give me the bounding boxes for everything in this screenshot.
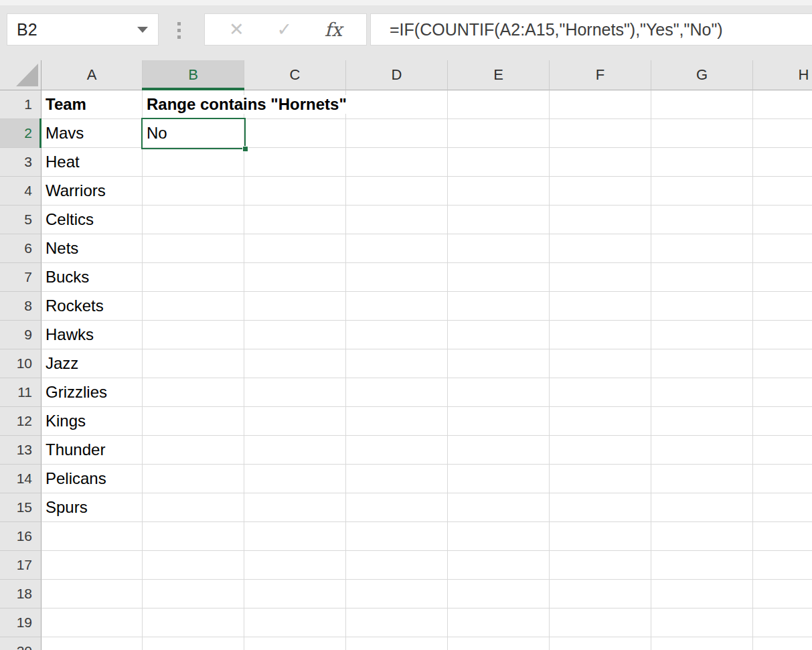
- cell-D12[interactable]: [346, 407, 448, 436]
- cell-A2[interactable]: Mavs: [42, 119, 143, 148]
- cell-A11[interactable]: Grizzlies: [42, 378, 143, 407]
- cell-E17[interactable]: [448, 551, 550, 580]
- cell-G1[interactable]: [651, 90, 753, 119]
- cell-H19[interactable]: [753, 608, 812, 637]
- cell-H9[interactable]: [753, 321, 812, 349]
- cell-B14[interactable]: [143, 465, 244, 493]
- cell-F17[interactable]: [550, 551, 651, 580]
- insert-function-icon[interactable]: fx: [325, 19, 342, 41]
- cell-B2[interactable]: No: [143, 119, 244, 148]
- cell-G8[interactable]: [651, 292, 753, 321]
- cell-E6[interactable]: [448, 234, 550, 263]
- cell-A5[interactable]: Celtics: [42, 206, 143, 234]
- cell-E4[interactable]: [448, 177, 550, 206]
- cell-B1[interactable]: Range contains "Hornets": [143, 90, 244, 119]
- cell-F7[interactable]: [550, 263, 651, 292]
- cell-F6[interactable]: [550, 234, 651, 263]
- cancel-icon[interactable]: ✕: [229, 21, 244, 39]
- cell-B20[interactable]: [143, 637, 244, 650]
- cell-D16[interactable]: [346, 522, 448, 551]
- cell-G7[interactable]: [651, 263, 753, 292]
- name-box[interactable]: B2: [7, 13, 159, 46]
- cell-H1[interactable]: [753, 90, 812, 119]
- cell-G9[interactable]: [651, 321, 753, 349]
- cell-H3[interactable]: [753, 148, 812, 177]
- cell-D7[interactable]: [346, 263, 448, 292]
- enter-icon[interactable]: ✓: [276, 21, 292, 39]
- cell-H11[interactable]: [753, 378, 812, 407]
- cell-D8[interactable]: [346, 292, 448, 321]
- cell-A9[interactable]: Hawks: [42, 321, 143, 349]
- cell-G5[interactable]: [651, 206, 753, 234]
- cell-B16[interactable]: [143, 522, 244, 551]
- name-box-dropdown-icon[interactable]: [137, 27, 148, 33]
- column-header-F[interactable]: F: [550, 60, 651, 90]
- cell-C12[interactable]: [244, 407, 346, 436]
- cell-A10[interactable]: Jazz: [42, 349, 143, 378]
- cell-E18[interactable]: [448, 580, 550, 608]
- cell-H12[interactable]: [753, 407, 812, 436]
- cell-G14[interactable]: [651, 465, 753, 493]
- select-all-button[interactable]: [0, 60, 42, 90]
- cell-F18[interactable]: [550, 580, 651, 608]
- row-header-4[interactable]: 4: [0, 177, 42, 206]
- cell-A6[interactable]: Nets: [42, 234, 143, 263]
- cell-A20[interactable]: [42, 637, 143, 650]
- cell-D1[interactable]: [346, 90, 448, 119]
- formula-bar-drag-handle[interactable]: [177, 22, 181, 39]
- cell-H5[interactable]: [753, 206, 812, 234]
- cell-A17[interactable]: [42, 551, 143, 580]
- row-header-20[interactable]: 20: [0, 637, 42, 650]
- cell-F3[interactable]: [550, 148, 651, 177]
- cell-F14[interactable]: [550, 465, 651, 493]
- row-header-2[interactable]: 2: [0, 119, 42, 148]
- cell-A3[interactable]: Heat: [42, 148, 143, 177]
- cell-C8[interactable]: [244, 292, 346, 321]
- row-header-6[interactable]: 6: [0, 234, 42, 263]
- cell-C17[interactable]: [244, 551, 346, 580]
- cell-G3[interactable]: [651, 148, 753, 177]
- cell-F11[interactable]: [550, 378, 651, 407]
- cell-E15[interactable]: [448, 493, 550, 522]
- cell-D13[interactable]: [346, 436, 448, 465]
- cell-D11[interactable]: [346, 378, 448, 407]
- cell-B17[interactable]: [143, 551, 244, 580]
- cell-B5[interactable]: [143, 206, 244, 234]
- cell-F16[interactable]: [550, 522, 651, 551]
- cell-H10[interactable]: [753, 349, 812, 378]
- cell-D5[interactable]: [346, 206, 448, 234]
- cell-A8[interactable]: Rockets: [42, 292, 143, 321]
- cell-E2[interactable]: [448, 119, 550, 148]
- row-header-13[interactable]: 13: [0, 436, 42, 465]
- cell-B18[interactable]: [143, 580, 244, 608]
- cell-F10[interactable]: [550, 349, 651, 378]
- cell-E3[interactable]: [448, 148, 550, 177]
- cell-D10[interactable]: [346, 349, 448, 378]
- row-header-12[interactable]: 12: [0, 407, 42, 436]
- cell-G18[interactable]: [651, 580, 753, 608]
- cell-H15[interactable]: [753, 493, 812, 522]
- cell-H7[interactable]: [753, 263, 812, 292]
- cell-H16[interactable]: [753, 522, 812, 551]
- cell-E20[interactable]: [448, 637, 550, 650]
- cell-E14[interactable]: [448, 465, 550, 493]
- cell-B8[interactable]: [143, 292, 244, 321]
- cell-C16[interactable]: [244, 522, 346, 551]
- cell-A16[interactable]: [42, 522, 143, 551]
- cell-F15[interactable]: [550, 493, 651, 522]
- cell-A4[interactable]: Warriors: [42, 177, 143, 206]
- cell-B4[interactable]: [143, 177, 244, 206]
- formula-input[interactable]: =IF(COUNTIF(A2:A15,"Hornets"),"Yes","No"…: [370, 13, 812, 46]
- cell-C11[interactable]: [244, 378, 346, 407]
- cell-G11[interactable]: [651, 378, 753, 407]
- cell-G19[interactable]: [651, 608, 753, 637]
- column-header-C[interactable]: C: [244, 60, 346, 90]
- row-header-7[interactable]: 7: [0, 263, 42, 292]
- cell-H14[interactable]: [753, 465, 812, 493]
- cell-B13[interactable]: [143, 436, 244, 465]
- cell-C13[interactable]: [244, 436, 346, 465]
- cell-G15[interactable]: [651, 493, 753, 522]
- cell-E8[interactable]: [448, 292, 550, 321]
- cell-C20[interactable]: [244, 637, 346, 650]
- cell-D18[interactable]: [346, 580, 448, 608]
